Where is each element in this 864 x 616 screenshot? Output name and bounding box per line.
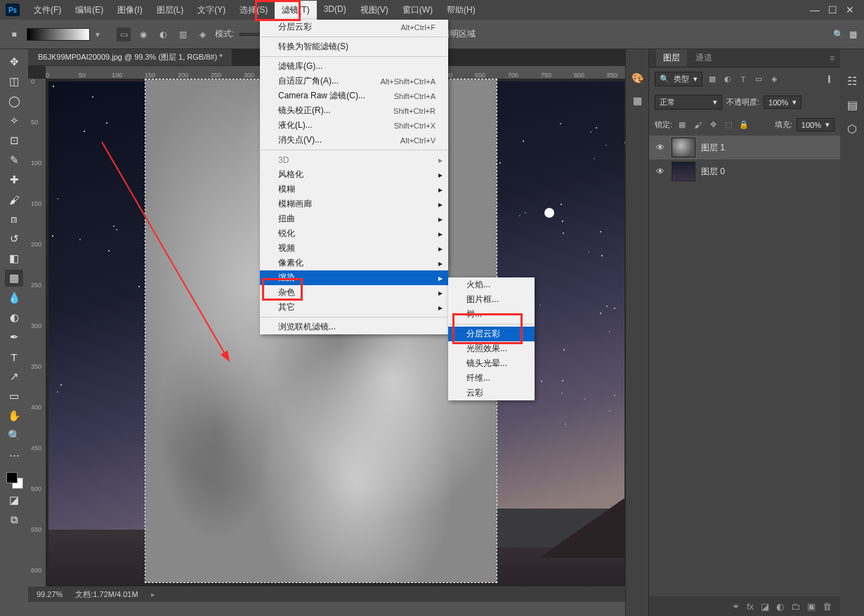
move-tool-icon[interactable]: ✥ xyxy=(5,53,23,70)
menu-file[interactable]: 文件(F) xyxy=(27,1,68,20)
foreground-swatch[interactable] xyxy=(6,472,18,483)
visibility-icon[interactable]: 👁 xyxy=(655,143,666,152)
filter-item[interactable]: 滤镜库(G)... xyxy=(260,59,448,74)
fill-value[interactable]: 100%▾ xyxy=(797,118,834,131)
document-tab[interactable]: B6JK99MP0AI20009.jpg @ 99.3% (图层 1, RGB/… xyxy=(28,49,232,65)
type-tool-icon[interactable]: T xyxy=(5,348,23,365)
filter-item[interactable]: 液化(L)...Shift+Ctrl+X xyxy=(260,118,448,133)
new-layer-icon[interactable]: ▣ xyxy=(807,601,816,612)
gradient-reflected-icon[interactable]: ▥ xyxy=(176,27,190,41)
filter-category[interactable]: 渲染▸ xyxy=(260,270,448,285)
menu-help[interactable]: 帮助(H) xyxy=(440,1,483,20)
panel-menu-icon[interactable]: ≡ xyxy=(830,53,840,63)
filter-adjust-icon[interactable]: ◐ xyxy=(722,74,733,85)
visibility-icon[interactable]: 👁 xyxy=(655,166,666,176)
menu-type[interactable]: 文字(Y) xyxy=(190,1,233,20)
window-close-icon[interactable]: ✕ xyxy=(846,4,854,15)
layers-tab[interactable]: 图层 xyxy=(656,49,687,67)
window-minimize-icon[interactable]: ― xyxy=(810,4,820,15)
filter-category[interactable]: 3D▸ xyxy=(260,152,448,167)
hand-tool-icon[interactable]: ✋ xyxy=(5,407,23,424)
quickmask-icon[interactable]: ◪ xyxy=(5,492,23,509)
swatches-panel-icon[interactable]: ▦ xyxy=(629,93,645,108)
render-item[interactable]: 光照效果... xyxy=(448,341,535,356)
workspace-icon[interactable]: ▦ xyxy=(849,30,857,39)
menu-image[interactable]: 图像(I) xyxy=(110,1,149,20)
menu-3d[interactable]: 3D(D) xyxy=(317,1,353,20)
gradient-diamond-icon[interactable]: ◈ xyxy=(195,27,209,41)
more-tools-icon[interactable]: ⋯ xyxy=(5,447,23,464)
filter-category[interactable]: 锐化▸ xyxy=(260,226,448,241)
group-icon[interactable]: 🗀 xyxy=(791,601,800,612)
filter-item[interactable]: Camera Raw 滤镜(C)...Shift+Ctrl+A xyxy=(260,89,448,103)
eraser-tool-icon[interactable]: ◧ xyxy=(5,250,23,267)
color-panel-icon[interactable]: 🎨 xyxy=(629,70,645,86)
search-icon[interactable]: 🔍 xyxy=(833,30,844,39)
menu-filter[interactable]: 滤镜(T) xyxy=(275,1,316,20)
delete-layer-icon[interactable]: 🗑 xyxy=(823,601,832,612)
layer-filter-kind[interactable]: 🔍类型▾ xyxy=(655,72,702,86)
layer-thumb[interactable] xyxy=(672,162,695,181)
filter-toggle-icon[interactable]: ⏽ xyxy=(823,74,834,85)
libraries-icon[interactable]: ☷ xyxy=(844,73,860,89)
doc-info[interactable]: 文档:1.72M/4.01M xyxy=(75,589,138,600)
render-item[interactable]: 树... xyxy=(448,307,535,322)
filter-category[interactable]: 其它▸ xyxy=(260,300,448,315)
filter-shape-icon[interactable]: ▭ xyxy=(753,74,764,85)
filter-category[interactable]: 模糊▸ xyxy=(260,182,448,197)
menu-window[interactable]: 窗口(W) xyxy=(395,1,440,20)
gradient-linear-icon[interactable]: ▭ xyxy=(117,27,131,41)
filter-item[interactable]: 镜头校正(R)...Shift+Ctrl+R xyxy=(260,103,448,118)
render-item[interactable]: 分层云彩 xyxy=(448,327,535,341)
fx-icon[interactable]: fx xyxy=(747,601,754,612)
gradient-tool-icon-2[interactable]: ▦ xyxy=(5,270,23,287)
gradient-preview[interactable] xyxy=(27,28,90,41)
mask-icon[interactable]: ◪ xyxy=(761,601,769,612)
gradient-dropdown-icon[interactable]: ▾ xyxy=(96,30,100,39)
layer-thumb[interactable] xyxy=(672,138,695,157)
marquee-tool-icon[interactable]: ◫ xyxy=(5,73,23,90)
shape-tool-icon[interactable]: ▭ xyxy=(5,388,23,405)
filter-category[interactable]: 杂色▸ xyxy=(260,285,448,300)
blend-mode-select[interactable]: 正常▾ xyxy=(655,95,722,110)
filter-last[interactable]: 分层云彩Alt+Ctrl+F xyxy=(260,20,448,34)
cube-icon[interactable]: ⬡ xyxy=(844,121,860,136)
history-brush-icon[interactable]: ↺ xyxy=(5,230,23,247)
render-item[interactable]: 云彩 xyxy=(448,386,535,400)
link-layers-icon[interactable]: ⚭ xyxy=(732,601,740,612)
filter-item[interactable]: 消失点(V)...Alt+Ctrl+V xyxy=(260,133,448,148)
filter-category[interactable]: 模糊画廊▸ xyxy=(260,197,448,211)
menu-layer[interactable]: 图层(L) xyxy=(150,1,191,20)
browse-online-filters[interactable]: 浏览联机滤镜... xyxy=(260,320,448,334)
lock-pos-icon[interactable]: ✥ xyxy=(707,119,719,131)
render-item[interactable]: 图片框... xyxy=(448,292,535,307)
menu-select[interactable]: 选择(S) xyxy=(233,1,275,20)
heal-tool-icon[interactable]: ✚ xyxy=(5,171,23,188)
filter-smart-icon[interactable]: ◈ xyxy=(768,74,780,85)
filter-item[interactable]: 自适应广角(A)...Alt+Shift+Ctrl+A xyxy=(260,74,448,89)
layer-name[interactable]: 图层 0 xyxy=(701,166,725,178)
brush-tool-icon[interactable]: 🖌 xyxy=(5,191,23,208)
filter-category[interactable]: 视频▸ xyxy=(260,241,448,256)
eyedropper-tool-icon[interactable]: ✎ xyxy=(5,152,23,169)
path-tool-icon[interactable]: ↗ xyxy=(5,368,23,385)
adjustment-icon[interactable]: ◐ xyxy=(776,601,784,612)
filter-pixel-icon[interactable]: ▩ xyxy=(707,74,718,85)
wand-tool-icon[interactable]: ✧ xyxy=(5,112,23,129)
menu-view[interactable]: 视图(V) xyxy=(353,1,395,20)
lasso-tool-icon[interactable]: ◯ xyxy=(5,93,23,110)
layer-row[interactable]: 👁图层 1 xyxy=(649,136,840,159)
pen-tool-icon[interactable]: ✒ xyxy=(5,329,23,346)
gradient-radial-icon[interactable]: ◉ xyxy=(136,27,150,41)
color-swatches[interactable] xyxy=(5,471,23,489)
render-item[interactable]: 镜头光晕... xyxy=(448,356,535,371)
crop-tool-icon[interactable]: ⊡ xyxy=(5,132,23,149)
properties-icon[interactable]: ▤ xyxy=(844,97,860,112)
layer-row[interactable]: 👁图层 0 xyxy=(649,159,840,183)
zoom-tool-icon[interactable]: 🔍 xyxy=(5,427,23,444)
dodge-tool-icon[interactable]: ◐ xyxy=(5,309,23,326)
filter-category[interactable]: 扭曲▸ xyxy=(260,211,448,226)
gradient-angle-icon[interactable]: ◐ xyxy=(156,27,170,41)
lock-all-icon[interactable]: 🔒 xyxy=(738,119,750,131)
layer-name[interactable]: 图层 1 xyxy=(701,142,725,154)
